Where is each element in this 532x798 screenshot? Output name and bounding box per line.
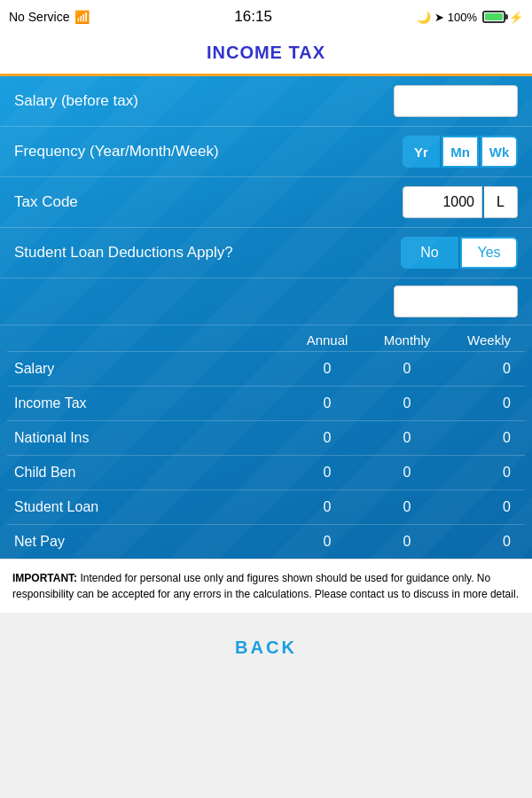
results-rows: Salary 0 0 0 Income Tax 0 0 0 National I… <box>7 351 525 559</box>
frequency-buttons: Yr Mn Wk <box>403 136 518 168</box>
back-button[interactable]: BACK <box>235 638 297 658</box>
results-header: Annual Monthly Weekly <box>7 325 525 351</box>
table-row: Child Ben 0 0 0 <box>7 455 525 489</box>
row-monthly: 0 <box>367 395 447 411</box>
row-label: National Ins <box>14 430 287 446</box>
row-monthly: 0 <box>367 534 447 550</box>
header-annual: Annual <box>287 332 367 348</box>
wifi-icon: 📶 <box>74 10 90 24</box>
row-weekly: 0 <box>447 534 518 550</box>
frequency-label: Frequency (Year/Month/Week) <box>14 143 403 160</box>
location-icon: ➤ <box>434 11 444 24</box>
time-display: 16:15 <box>234 8 272 26</box>
row-monthly: 0 <box>367 465 447 481</box>
salary-input[interactable] <box>394 85 518 117</box>
table-row: Student Loan 0 0 0 <box>7 489 525 524</box>
tax-code-row: Tax Code <box>0 177 532 228</box>
battery-icon <box>482 11 505 23</box>
row-monthly: 0 <box>367 499 447 515</box>
table-row: Income Tax 0 0 0 <box>7 386 525 420</box>
tax-code-label: Tax Code <box>14 193 403 211</box>
freq-wk-button[interactable]: Wk <box>481 136 518 168</box>
row-label: Income Tax <box>14 395 287 411</box>
student-loan-row: Student Loan Deductions Apply? No Yes <box>0 228 532 278</box>
salary-label: Salary (before tax) <box>14 92 394 110</box>
header-weekly: Weekly <box>447 332 518 348</box>
row-annual: 0 <box>287 361 367 377</box>
results-table: Annual Monthly Weekly Salary 0 0 0 Incom… <box>0 325 532 559</box>
moon-icon: 🌙 <box>417 11 431 24</box>
disclaimer: IMPORTANT: Intended for personal use onl… <box>0 559 532 613</box>
row-weekly: 0 <box>447 430 518 446</box>
row-monthly: 0 <box>367 361 447 377</box>
row-label: Net Pay <box>14 534 287 550</box>
loan-yes-button[interactable]: Yes <box>460 237 518 269</box>
salary-row: Salary (before tax) <box>0 76 532 127</box>
tax-code-number-input[interactable] <box>403 186 482 218</box>
header-col1 <box>14 332 287 348</box>
freq-mn-button[interactable]: Mn <box>442 136 479 168</box>
table-row: Salary 0 0 0 <box>7 351 525 386</box>
loan-buttons: No Yes <box>401 237 518 269</box>
main-content: Salary (before tax) Frequency (Year/Mont… <box>0 76 532 559</box>
battery-text: 100% <box>448 11 477 24</box>
page-title: INCOME TAX <box>0 43 532 63</box>
tax-code-inputs <box>403 186 518 218</box>
frequency-row: Frequency (Year/Month/Week) Yr Mn Wk <box>0 127 532 177</box>
bolt-icon: ⚡ <box>509 11 523 24</box>
freq-yr-button[interactable]: Yr <box>403 136 440 168</box>
student-loan-label: Student Loan Deductions Apply? <box>14 244 401 262</box>
status-left: No Service 📶 <box>9 10 90 24</box>
status-bar: No Service 📶 16:15 🌙 ➤ 100% ⚡ <box>0 0 532 34</box>
battery-fill <box>485 13 503 20</box>
row-annual: 0 <box>287 499 367 515</box>
row-label: Child Ben <box>14 465 287 481</box>
title-bar: INCOME TAX <box>0 34 532 76</box>
extra-input-row <box>0 278 532 325</box>
row-weekly: 0 <box>447 361 518 377</box>
row-monthly: 0 <box>367 430 447 446</box>
table-row: National Ins 0 0 0 <box>7 420 525 455</box>
tax-code-letter-input[interactable] <box>484 186 518 218</box>
status-right: 🌙 ➤ 100% ⚡ <box>417 11 523 24</box>
row-annual: 0 <box>287 395 367 411</box>
extra-input[interactable] <box>394 286 518 317</box>
row-annual: 0 <box>287 534 367 550</box>
row-weekly: 0 <box>447 395 518 411</box>
loan-no-button[interactable]: No <box>401 237 458 269</box>
header-monthly: Monthly <box>367 332 447 348</box>
row-label: Student Loan <box>14 499 287 515</box>
back-area: BACK <box>0 613 532 676</box>
row-weekly: 0 <box>447 499 518 515</box>
table-row: Net Pay 0 0 0 <box>7 524 525 559</box>
disclaimer-text: IMPORTANT: Intended for personal use onl… <box>12 572 519 600</box>
row-annual: 0 <box>287 465 367 481</box>
row-annual: 0 <box>287 430 367 446</box>
row-label: Salary <box>14 361 287 377</box>
carrier-text: No Service <box>9 10 69 24</box>
row-weekly: 0 <box>447 465 518 481</box>
